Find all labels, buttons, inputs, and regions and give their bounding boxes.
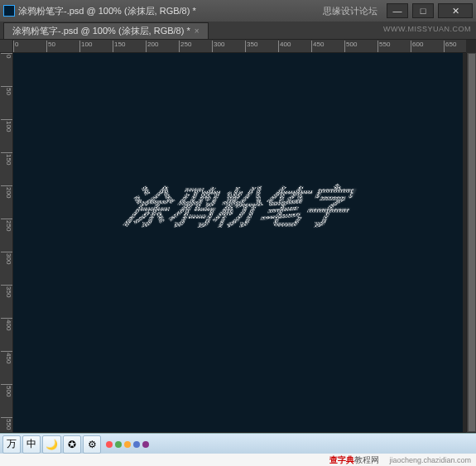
canvas[interactable]: 涂鸦粉笔字	[13, 53, 463, 432]
tray-dot-icon[interactable]	[115, 441, 122, 448]
moon-icon[interactable]: 🌙	[42, 435, 61, 454]
ruler-tick: 400	[1, 318, 12, 330]
ruler-tick: 600	[411, 41, 423, 52]
ruler-tick: 300	[212, 41, 224, 52]
maximize-button[interactable]: □	[412, 3, 434, 18]
ruler-tick: 100	[79, 41, 92, 52]
ruler-tick: 100	[1, 119, 12, 132]
tray-dot-icon[interactable]	[124, 441, 131, 448]
ruler-tick: 350	[1, 285, 12, 297]
ime-button-2[interactable]: 中	[22, 435, 41, 454]
ruler-tick: 550	[377, 41, 390, 52]
tray-dot-icon[interactable]	[142, 441, 149, 448]
quick-icons	[106, 441, 149, 448]
gear-icon[interactable]: ⚙	[83, 435, 101, 454]
ruler-tick: 150	[113, 41, 125, 52]
close-icon[interactable]: ×	[195, 26, 200, 36]
ruler-tick: 200	[146, 41, 158, 52]
ruler-tick: 450	[1, 351, 12, 363]
ruler-tick: 350	[245, 41, 257, 52]
ruler-tick: 500	[344, 41, 357, 52]
ruler-tick: 50	[1, 86, 12, 95]
ruler-tick: 200	[1, 185, 12, 198]
tray-dot-icon[interactable]	[106, 441, 113, 448]
footer-url: jiaocheng.chazidian.com	[389, 456, 471, 464]
ruler-tick: 250	[1, 219, 12, 231]
footer-site: 教程网	[354, 455, 379, 464]
ruler-tick: 250	[179, 41, 191, 52]
ruler-tick: 150	[1, 152, 12, 165]
ruler-tick: 50	[46, 41, 55, 52]
app-window: 涂鸦粉笔字-.psd @ 100% (涂抹层, RGB/8) * 思缘设计论坛 …	[0, 0, 476, 455]
page-footer: 查字典教程网 jiaocheng.chazidian.com	[0, 454, 476, 466]
ruler-tick: 500	[1, 384, 12, 396]
minimize-button[interactable]: —	[387, 3, 408, 18]
canvas-viewport: 涂鸦粉笔字	[13, 53, 466, 432]
close-button[interactable]: ✕	[438, 3, 473, 18]
ruler-horizontal[interactable]: 050100150200250300350400450500550600650	[13, 40, 466, 53]
titlebar: 涂鸦粉笔字-.psd @ 100% (涂抹层, RGB/8) * 思缘设计论坛 …	[0, 0, 476, 22]
ruler-vertical[interactable]: 050100150200250300350400450500550	[0, 53, 13, 432]
ruler-tick: 550	[1, 417, 12, 430]
ruler-tick: 450	[311, 41, 324, 52]
document-tab[interactable]: 涂鸦粉笔字-.psd @ 100% (涂抹层, RGB/8) * ×	[3, 22, 209, 39]
ruler-tick: 0	[1, 53, 12, 58]
ruler-tick: 300	[1, 252, 12, 264]
chalk-text-content: 涂鸦粉笔字	[122, 182, 355, 230]
scrollbar-vertical[interactable]	[466, 53, 476, 432]
tray-dot-icon[interactable]	[133, 441, 140, 448]
app-icon	[3, 5, 15, 17]
ruler-tick: 0	[13, 41, 18, 52]
star-icon[interactable]: ✪	[63, 435, 81, 454]
ime-button-1[interactable]: 万	[2, 435, 21, 454]
os-taskbar: 万 中 🌙 ✪ ⚙	[0, 433, 476, 454]
watermark-url: WWW.MISSYUAN.COM	[383, 25, 471, 33]
ruler-corner	[0, 40, 13, 53]
window-title: 涂鸦粉笔字-.psd @ 100% (涂抹层, RGB/8) *	[18, 5, 196, 17]
workspace: 050100150200250300350400450500550600650 …	[0, 40, 476, 455]
ruler-tick: 650	[444, 41, 456, 52]
document-tabbar: 涂鸦粉笔字-.psd @ 100% (涂抹层, RGB/8) * × WWW.M…	[0, 22, 476, 40]
tab-label: 涂鸦粉笔字-.psd @ 100% (涂抹层, RGB/8) *	[12, 25, 190, 37]
ruler-tick: 400	[278, 41, 291, 52]
brand-text: 思缘设计论坛	[323, 5, 377, 17]
chalk-text-art: 涂鸦粉笔字	[120, 178, 356, 236]
footer-brand: 查字典	[329, 455, 354, 464]
scroll-thumb-v[interactable]	[468, 53, 476, 432]
